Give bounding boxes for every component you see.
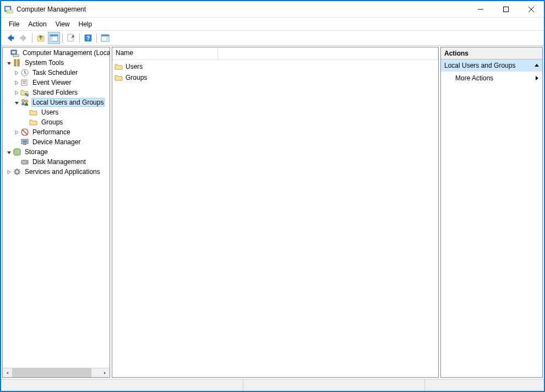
- svg-point-29: [25, 100, 28, 103]
- storage-icon: [13, 148, 21, 156]
- svg-rect-20: [18, 59, 19, 66]
- scroll-thumb[interactable]: [12, 368, 91, 378]
- statusbar: [1, 379, 544, 391]
- collapsed-twisty-icon[interactable]: [5, 167, 13, 177]
- column-name[interactable]: Name: [112, 47, 218, 59]
- tree-groups[interactable]: Groups: [3, 117, 110, 127]
- tree-users[interactable]: Users: [3, 107, 110, 117]
- disk-icon: [20, 157, 29, 166]
- list-body[interactable]: Users Groups: [112, 60, 438, 84]
- tree-label: Groups: [40, 118, 64, 126]
- collapsed-twisty-icon[interactable]: [13, 78, 20, 88]
- close-button[interactable]: [519, 1, 544, 18]
- list-item-users[interactable]: Users: [112, 61, 438, 72]
- tree-disk-management[interactable]: Disk Management: [3, 157, 110, 167]
- toolbar: ?: [1, 31, 544, 46]
- performance-icon: [20, 128, 29, 137]
- list-item-label: Groups: [126, 74, 147, 81]
- menu-view[interactable]: View: [51, 18, 74, 31]
- expanded-twisty-icon[interactable]: [5, 58, 13, 68]
- actions-panel: Actions Local Users and Groups More Acti…: [440, 47, 543, 378]
- collapsed-twisty-icon[interactable]: [13, 127, 20, 137]
- svg-rect-15: [106, 36, 109, 41]
- svg-rect-36: [21, 160, 28, 164]
- users-groups-icon: [20, 98, 29, 107]
- menu-file[interactable]: File: [4, 18, 24, 31]
- status-cell: [425, 379, 544, 391]
- titlebar: Computer Management: [1, 1, 544, 18]
- horizontal-scrollbar[interactable]: [3, 368, 110, 377]
- menu-help[interactable]: Help: [74, 18, 97, 31]
- tree-root[interactable]: Computer Management (Local: [3, 48, 110, 58]
- device-manager-icon: [20, 138, 29, 146]
- svg-rect-25: [23, 83, 26, 84]
- list-header: Name: [112, 47, 438, 60]
- tree-shared-folders[interactable]: Shared Folders: [3, 88, 110, 97]
- back-button[interactable]: [4, 32, 17, 44]
- tree-services-apps[interactable]: Services and Applications: [3, 167, 110, 177]
- column-blank[interactable]: [218, 47, 438, 59]
- up-button[interactable]: [35, 32, 47, 44]
- window-controls: [468, 1, 544, 18]
- tree-task-scheduler[interactable]: Task Scheduler: [3, 68, 110, 78]
- folder-icon: [29, 108, 38, 117]
- expanded-twisty-icon[interactable]: [5, 147, 13, 157]
- minimize-button[interactable]: [468, 1, 493, 18]
- action-more[interactable]: More Actions: [441, 72, 542, 85]
- tree-label: System Tools: [24, 59, 65, 67]
- tree-label: Local Users and Groups: [31, 98, 105, 107]
- action-label: More Actions: [455, 74, 493, 82]
- scroll-track[interactable]: [12, 368, 100, 378]
- status-cell: [243, 379, 425, 391]
- svg-rect-19: [14, 59, 16, 66]
- tree-label: Computer Management (Local: [21, 49, 110, 57]
- maximize-button[interactable]: [493, 1, 519, 18]
- svg-rect-17: [12, 51, 15, 53]
- forward-button[interactable]: [18, 32, 30, 44]
- tree-label: Event Viewer: [31, 79, 72, 86]
- tree-storage[interactable]: Storage: [3, 147, 110, 157]
- tree-event-viewer[interactable]: Event Viewer: [3, 78, 110, 88]
- blank-twisty: [3, 48, 10, 58]
- tree-panel: Computer Management (Local System Tools …: [2, 47, 110, 378]
- tree-performance[interactable]: Performance: [3, 127, 110, 137]
- tree-device-manager[interactable]: Device Manager: [3, 137, 110, 147]
- svg-point-28: [22, 100, 25, 102]
- app-icon: [4, 5, 13, 14]
- svg-rect-24: [23, 82, 26, 83]
- expanded-twisty-icon[interactable]: [13, 97, 20, 107]
- tree-system-tools[interactable]: System Tools: [3, 58, 110, 68]
- collapse-arrow-icon: [535, 62, 539, 69]
- actions-header: Actions: [441, 47, 542, 59]
- scroll-left-button[interactable]: [3, 368, 12, 378]
- toolbar-separator: [79, 33, 80, 43]
- svg-rect-9: [50, 36, 53, 41]
- menu-action[interactable]: Action: [24, 18, 51, 31]
- scroll-right-button[interactable]: [100, 368, 110, 378]
- show-hide-action-pane-button[interactable]: [99, 32, 111, 44]
- clock-icon: [20, 68, 29, 77]
- list-item-groups[interactable]: Groups: [112, 72, 438, 83]
- tree-label: Performance: [31, 128, 72, 136]
- details-panel: Name Users Groups: [112, 47, 439, 378]
- collapsed-twisty-icon[interactable]: [13, 68, 20, 78]
- svg-rect-34: [23, 140, 27, 143]
- status-cell: [1, 379, 243, 391]
- show-hide-tree-button[interactable]: [48, 32, 60, 44]
- actions-section-label: Local Users and Groups: [444, 62, 515, 69]
- tree-local-users-groups[interactable]: Local Users and Groups: [3, 97, 110, 107]
- folder-icon: [29, 118, 38, 127]
- system-tools-icon: [13, 58, 21, 67]
- toolbar-separator: [62, 33, 63, 43]
- svg-text:?: ?: [86, 35, 90, 41]
- navigation-tree[interactable]: Computer Management (Local System Tools …: [3, 47, 110, 368]
- help-button[interactable]: ?: [82, 32, 94, 44]
- svg-rect-10: [68, 34, 73, 41]
- shared-folder-icon: [20, 88, 29, 97]
- svg-rect-33: [23, 144, 26, 145]
- folder-icon: [115, 73, 123, 82]
- export-list-button[interactable]: [65, 32, 77, 44]
- actions-section-header[interactable]: Local Users and Groups: [441, 59, 542, 72]
- collapsed-twisty-icon[interactable]: [13, 88, 20, 97]
- submenu-arrow-icon: [536, 74, 539, 82]
